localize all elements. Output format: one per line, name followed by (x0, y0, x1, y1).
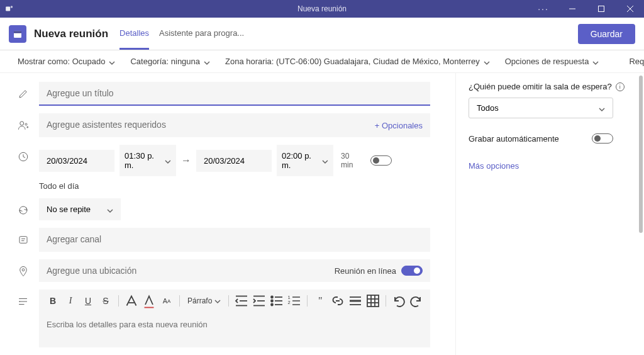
hr-button[interactable] (348, 293, 363, 308)
response-options-dropdown[interactable]: Opciones de respuesta (505, 57, 599, 66)
more-menu-button[interactable]: ··· (530, 0, 557, 18)
require-register-dropdown[interactable]: Requerir registro: Ninguno (629, 57, 644, 66)
titlebar: Nueva reunión ··· (0, 0, 644, 18)
window-title: Nueva reunión (297, 4, 347, 13)
details-editor[interactable]: Escriba los detalles para esta nueva reu… (39, 312, 430, 347)
underline-button[interactable]: U (80, 293, 96, 308)
title-input[interactable] (39, 82, 430, 106)
people-icon (18, 120, 29, 131)
svg-text:2: 2 (288, 300, 291, 305)
tab-details[interactable]: Detalles (119, 18, 149, 50)
clock-icon (18, 151, 29, 162)
paragraph-select[interactable]: Párrafo (185, 296, 223, 305)
bypass-lobby-label: ¿Quién puede omitir la sala de espera? i (469, 82, 631, 91)
all-day-toggle[interactable] (370, 155, 392, 166)
recurrence-icon (18, 205, 29, 216)
auto-record-toggle[interactable] (592, 133, 613, 144)
close-button[interactable] (616, 0, 644, 18)
strike-button[interactable]: S (98, 293, 113, 308)
maximize-button[interactable] (587, 0, 615, 18)
online-meeting-toggle[interactable] (401, 266, 423, 276)
location-input[interactable] (39, 259, 335, 282)
scrollbar[interactable] (639, 76, 643, 233)
redo-button[interactable] (409, 293, 424, 308)
page-header: Nueva reunión Detalles Asistente para pr… (0, 18, 644, 50)
description-icon (18, 296, 29, 307)
bypass-lobby-select[interactable]: Todos (469, 98, 613, 118)
svg-point-22 (19, 304, 20, 305)
form-main: + Opcionales 01:30 p. m. → 02:00 p. m. 3… (0, 73, 455, 355)
calendar-badge-icon (9, 25, 26, 43)
minimize-button[interactable] (558, 0, 586, 18)
end-date-input[interactable] (196, 150, 272, 172)
svg-point-8 (20, 121, 24, 125)
font-size-button[interactable]: AA (159, 293, 174, 308)
channel-input[interactable] (39, 228, 430, 252)
edit-icon (18, 88, 29, 99)
link-button[interactable] (330, 293, 345, 308)
svg-rect-46 (367, 295, 379, 307)
channel-icon (18, 234, 29, 245)
auto-record-label: Grabar automáticamente (469, 134, 559, 144)
show-as-dropdown[interactable]: Mostrar como: Ocupado (18, 57, 115, 66)
all-day-label: Todo el día (39, 181, 79, 191)
save-button[interactable]: Guardar (578, 24, 635, 44)
teams-icon (5, 4, 14, 13)
table-button[interactable] (365, 293, 380, 308)
start-date-input[interactable] (39, 150, 114, 172)
indent-decrease-button[interactable] (234, 293, 249, 308)
bold-button[interactable]: B (45, 293, 60, 308)
indent-increase-button[interactable] (252, 293, 267, 308)
numbered-list-button[interactable]: 12 (287, 293, 302, 308)
side-panel: ¿Quién puede omitir la sala de espera? i… (455, 73, 644, 355)
optional-attendees-link[interactable]: + Opcionales (375, 121, 423, 130)
svg-point-21 (19, 301, 20, 302)
arrow-icon: → (181, 155, 191, 166)
italic-button[interactable]: I (63, 293, 78, 308)
svg-rect-7 (14, 31, 21, 33)
location-icon (18, 266, 29, 277)
highlight-button[interactable] (124, 293, 139, 308)
recurrence-select[interactable]: No se repite (39, 198, 121, 220)
bullet-list-button[interactable] (269, 293, 284, 308)
attendees-input[interactable] (39, 113, 430, 137)
svg-point-9 (25, 123, 27, 125)
svg-rect-13 (19, 237, 27, 244)
end-time-select[interactable]: 02:00 p. m. (277, 145, 333, 176)
font-color-button[interactable] (142, 293, 157, 308)
svg-point-1 (11, 6, 13, 8)
more-options-link[interactable]: Más opciones (469, 161, 631, 171)
svg-point-20 (19, 298, 20, 299)
timezone-dropdown[interactable]: Zona horaria: (UTC-06:00) Guadalajara, C… (225, 57, 490, 66)
tab-scheduling-assistant[interactable]: Asistente para progra... (159, 18, 244, 50)
svg-point-32 (271, 300, 273, 302)
duration-label: 30min (341, 152, 353, 170)
start-time-select[interactable]: 01:30 p. m. (119, 145, 176, 176)
undo-button[interactable] (391, 293, 406, 308)
titlebar-app-icon (0, 4, 14, 13)
editor-toolbar: B I U S AA Párrafo 12 " (39, 290, 430, 312)
options-bar: Mostrar como: Ocupado Categoría: ninguna… (0, 50, 644, 73)
quote-button[interactable]: " (313, 293, 328, 308)
svg-point-33 (271, 304, 273, 306)
svg-point-16 (22, 269, 25, 271)
svg-rect-3 (599, 6, 604, 12)
category-dropdown[interactable]: Categoría: ninguna (130, 57, 210, 66)
page-title: Nueva reunión (34, 28, 108, 40)
online-meeting-label: Reunión en línea (335, 266, 396, 276)
info-icon[interactable]: i (616, 82, 625, 91)
svg-rect-0 (6, 7, 10, 11)
svg-point-31 (271, 296, 273, 298)
